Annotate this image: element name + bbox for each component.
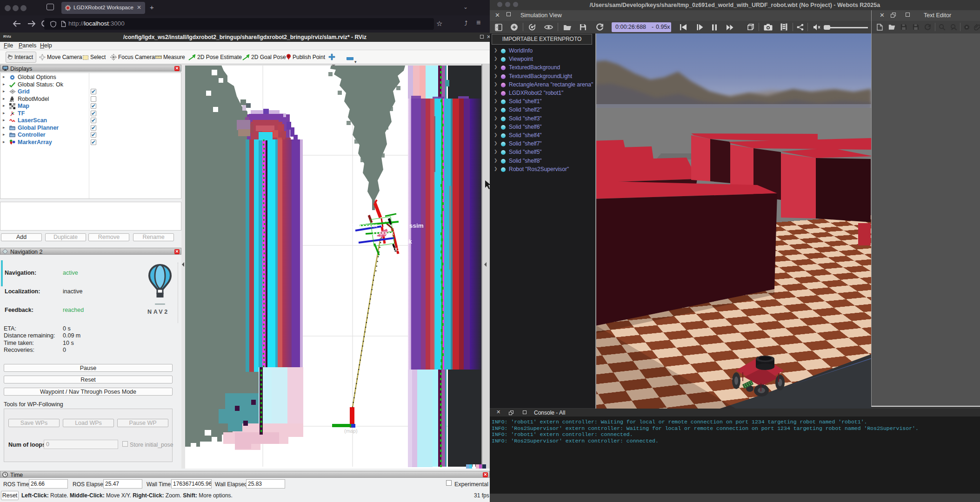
svg-text:xxxxxxx: xxxxxxx xyxy=(372,230,394,236)
svg-text:xxxxxxxxxxxxxx: xxxxxxxxxxxxxx xyxy=(334,222,378,229)
svg-text:xxxxxx: xxxxxx xyxy=(385,246,404,252)
svg-text:ssim: ssim xyxy=(409,222,424,229)
svg-text:(map): (map) xyxy=(344,428,358,434)
svg-text:_link: _link xyxy=(397,238,412,245)
